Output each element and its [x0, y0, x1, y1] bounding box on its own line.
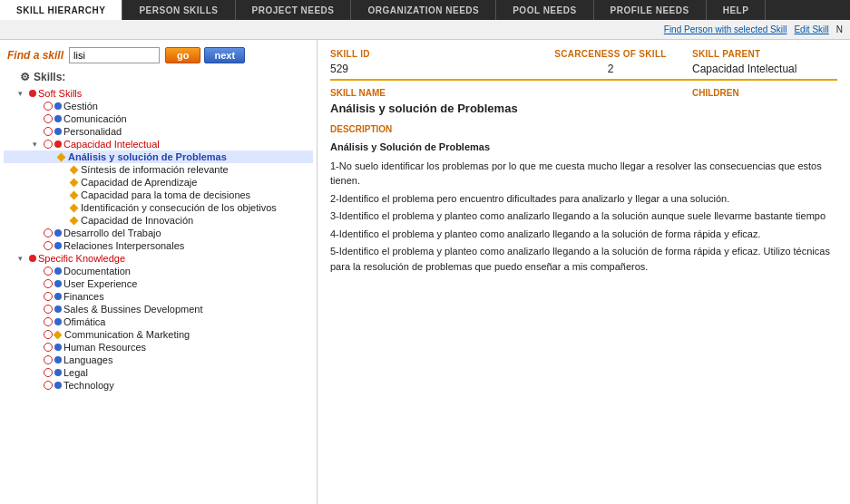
tree-label: Legal	[64, 367, 88, 378]
tree-item-comunicacion[interactable]: Comunicación	[4, 112, 313, 125]
expand-icon: ▾	[18, 89, 27, 98]
expand-icon	[60, 190, 69, 199]
skill-id-value: 529	[330, 59, 529, 75]
tree-item-documentation[interactable]: Documentation	[4, 265, 313, 277]
tree-item-languages[interactable]: Languages	[4, 354, 313, 366]
skill-id-col: SKILL ID 529	[330, 49, 529, 75]
expand-icon	[33, 355, 42, 364]
left-panel: Find a skill go next ⚙Skills: ▾ Soft Ski…	[0, 40, 318, 504]
search-input[interactable]	[69, 47, 160, 63]
tree-item-innovacion[interactable]: Capacidad de Innovación	[4, 214, 313, 227]
tree-item-aprendizaje[interactable]: Capacidad de Aprendizaje	[4, 176, 313, 189]
red-circle-icon	[44, 127, 53, 136]
diamond-icon	[70, 203, 79, 212]
find-person-link[interactable]: Find Person with selected Skill	[664, 24, 787, 34]
nav-project-needs[interactable]: PROJECT NEEDS	[236, 0, 352, 20]
tree-item-communication-marketing[interactable]: Communication & Marketing	[4, 328, 313, 341]
tree-root-label: ⚙Skills:	[4, 71, 313, 83]
skill-name-label: SKILL NAME	[330, 88, 692, 98]
blue-dot-icon	[54, 369, 62, 376]
tree-label: Communication & Marketing	[64, 329, 190, 340]
nav-skill-hierarchy[interactable]: SKILL HIERARCHY	[0, 0, 122, 20]
tree-label: Technology	[64, 380, 114, 391]
diamond-icon	[70, 190, 79, 199]
red-circle-icon	[44, 102, 53, 111]
edit-skill-link[interactable]: Edit Skill	[794, 24, 828, 34]
red-circle-icon	[44, 114, 53, 123]
tree-item-identificacion[interactable]: Identificación y consecución de los obje…	[4, 201, 313, 214]
red-circle-icon	[44, 330, 53, 339]
skill-name-value: Análisis y solución de Problemas	[330, 98, 692, 115]
nav-person-skills[interactable]: PERSON SKILLS	[122, 0, 235, 20]
red-circle-icon	[44, 140, 53, 149]
tree-label: Capacidad de Aprendizaje	[81, 177, 197, 188]
diamond-icon	[70, 216, 79, 225]
tree-item-relaciones-interpersonales[interactable]: Relaciones Interpersonales	[4, 239, 313, 252]
expand-icon	[33, 305, 42, 314]
next-button[interactable]: next	[204, 47, 245, 63]
tree-item-desarrollo-trabajo[interactable]: Desarrollo del Trabajo	[4, 227, 313, 239]
red-circle-icon	[44, 228, 53, 237]
tree-item-analisis[interactable]: Análisis y solución de Problemas	[4, 150, 313, 163]
nav-organization-needs[interactable]: ORGANIZATION NEEDS	[351, 0, 496, 20]
expand-icon	[60, 165, 69, 174]
expand-icon	[33, 368, 42, 377]
tree-item-soft-skills[interactable]: ▾ Soft Skills	[4, 87, 313, 100]
level-5: 5-Identifico el problema y planteo como …	[330, 244, 837, 274]
expand-icon	[47, 152, 56, 161]
red-circle-icon	[44, 305, 53, 314]
level-2: 2-Identifico el problema pero encuentro …	[330, 191, 837, 207]
diamond-icon	[70, 178, 79, 187]
children-label: CHILDREN	[692, 88, 837, 98]
tree-item-legal[interactable]: Legal	[4, 366, 313, 379]
tree-label: Capacidad para la toma de decisiones	[81, 189, 250, 200]
nav-help[interactable]: HELP	[707, 0, 767, 20]
expand-icon	[33, 330, 42, 339]
tree-label: Soft Skills	[38, 88, 82, 99]
tree-label: User Experience	[64, 278, 137, 289]
red-circle-icon	[44, 292, 53, 301]
tree-item-user-experience[interactable]: User Experience	[4, 277, 313, 290]
sub-nav: Find Person with selected Skill Edit Ski…	[0, 20, 850, 40]
parent-value: Capacidad Intelectual	[692, 59, 837, 75]
tree-item-decisiones[interactable]: Capacidad para la toma de decisiones	[4, 189, 313, 201]
tree-item-human-resources[interactable]: Human Resources	[4, 341, 313, 354]
main-layout: Find a skill go next ⚙Skills: ▾ Soft Ski…	[0, 40, 850, 504]
tree-label: Ofimática	[64, 316, 105, 327]
tree-item-capacidad-intelectual[interactable]: ▾ Capacidad Intelectual	[4, 138, 313, 150]
tree-label: Síntesis de información relevante	[81, 164, 229, 175]
expand-icon	[33, 241, 42, 250]
nav-pool-needs[interactable]: POOL NEEDS	[496, 0, 593, 20]
go-button[interactable]: go	[165, 47, 200, 63]
tree-item-sales-bussines[interactable]: Sales & Bussines Development	[4, 303, 313, 315]
expand-icon	[60, 178, 69, 187]
tree-label: Desarrollo del Trabajo	[64, 228, 161, 238]
expand-icon: ▾	[18, 254, 27, 263]
tree-item-technology[interactable]: Technology	[4, 379, 313, 392]
blue-dot-icon	[54, 229, 62, 237]
tree-label: Gestión	[64, 101, 98, 111]
red-dot-icon	[54, 141, 62, 148]
tree-item-sintesis[interactable]: Síntesis de información relevante	[4, 163, 313, 176]
expand-icon	[33, 279, 42, 288]
blue-dot-icon	[54, 242, 62, 249]
tree-label: Comunicación	[64, 113, 127, 124]
tree-label: Análisis y solución de Problemas	[68, 151, 227, 162]
nav-profile-needs[interactable]: PROFILE NEEDS	[594, 0, 707, 20]
parent-label: SKILL PARENT	[692, 49, 837, 59]
tree-item-specific-knowledge[interactable]: ▾ Specific Knowledge	[4, 252, 313, 265]
extra-text: N	[836, 24, 843, 34]
tree-item-ofimatica[interactable]: Ofimática	[4, 315, 313, 328]
expand-icon	[33, 292, 42, 301]
blue-dot-icon	[54, 382, 62, 389]
tree-label: Documentation	[64, 266, 131, 276]
red-circle-icon	[44, 355, 53, 364]
tree-item-finances[interactable]: Finances	[4, 290, 313, 303]
tree-item-gestion[interactable]: Gestión	[4, 100, 313, 112]
blue-dot-icon	[54, 305, 62, 313]
red-circle-icon	[44, 343, 53, 352]
description-section: DESCRIPTION Análisis y Solución de Probl…	[330, 124, 837, 274]
blue-dot-icon	[54, 344, 62, 351]
tree-item-personalidad[interactable]: Personalidad	[4, 125, 313, 138]
level-4: 4-Identifico el problema y planteo como …	[330, 227, 837, 242]
